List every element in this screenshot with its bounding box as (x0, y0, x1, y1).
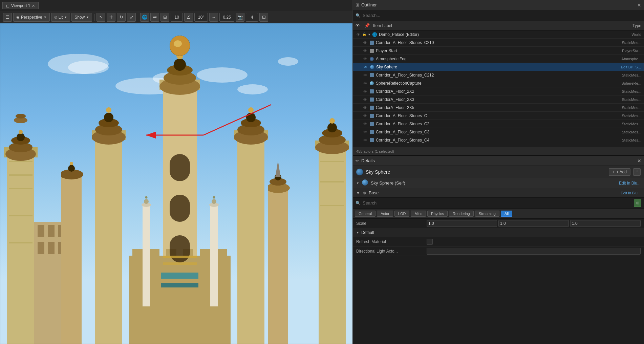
scale-x-input[interactable] (427, 220, 497, 227)
outliner-search-bar: 🔍 (353, 10, 644, 21)
outliner-header: ⊞ Outliner ✕ (353, 0, 644, 10)
details-search-input[interactable] (363, 200, 632, 206)
details-search-icon: 🔍 (356, 201, 361, 206)
scale-icon[interactable]: ↔ (209, 13, 218, 22)
center-architecture (61, 23, 298, 344)
row4-eye: 👁 (363, 64, 368, 70)
row3-icon (369, 56, 374, 62)
grid-button[interactable]: ⊞ (160, 13, 169, 22)
filter-tab-streaming[interactable]: Streaming (475, 211, 499, 217)
snap-button[interactable]: ⇌ (150, 13, 159, 22)
svg-point-30 (174, 40, 182, 47)
details-filter-button[interactable]: ⊞ (634, 199, 641, 207)
edit-in-blueprint-button2[interactable]: Edit in Blu... (621, 191, 641, 195)
svg-rect-31 (95, 137, 122, 344)
directional-light-actor-row: Directional Light Acto... (353, 246, 644, 256)
outliner-row-13[interactable]: 👁 Corridor_A_Floor_Stones_C4 StaticMes..… (353, 136, 644, 144)
lit-mode-button[interactable]: ◎ Lit ▼ (51, 13, 70, 22)
row0-lock: 🔒 (362, 33, 366, 36)
outliner-row-4-sky-sphere[interactable]: 👁 Sky Sphere Edit BP_S... (353, 63, 644, 71)
filter-tab-physics[interactable]: Physics (427, 211, 448, 217)
scale-tool-button[interactable]: ⤢ (127, 13, 136, 22)
row10-type: StaticMes... (574, 114, 641, 118)
row11-type: StaticMes... (574, 122, 641, 126)
row8-type: StaticMes... (574, 98, 641, 102)
outliner-row-9[interactable]: 👁 CorridorA_Floor_2X5 StaticMes... (353, 104, 644, 112)
filter-tab-misc[interactable]: Misc (411, 211, 426, 217)
filter-tab-general[interactable]: General (355, 211, 375, 217)
filter-tab-actor[interactable]: Actor (377, 211, 393, 217)
outliner-row-8[interactable]: 👁 CorridorA_Floor_2X3 StaticMes... (353, 95, 644, 104)
outliner-icon: ⊞ (356, 2, 359, 7)
row0-label: Demo_Palace (Editor) (379, 32, 572, 37)
outliner-row-3[interactable]: 👁 Atmospheric Fog Atmosphe... (353, 55, 644, 63)
row11-icon (369, 121, 374, 127)
show-button[interactable]: Show ▼ (71, 13, 92, 22)
outliner-row-5[interactable]: 👁 Corridor_A_Floor_Stones_C212 StaticMes… (353, 71, 644, 79)
hamburger-menu-button[interactable]: ☰ (3, 13, 12, 22)
outliner-row-2[interactable]: 👁 Player Start PlayerSta... (353, 47, 644, 55)
row13-type: StaticMes... (574, 138, 641, 142)
row4-label: Sky Sphere (376, 65, 572, 69)
base-expand-icon[interactable]: ▼ (356, 191, 360, 195)
scale-input[interactable] (219, 13, 234, 22)
outliner-search-input[interactable] (363, 13, 641, 18)
viewport-close-button[interactable]: ✕ (32, 4, 35, 8)
row0-expand[interactable]: ▼ (368, 33, 371, 36)
outliner-close-button[interactable]: ✕ (637, 2, 641, 8)
directional-light-input[interactable] (427, 248, 641, 255)
row13-icon (369, 137, 374, 143)
viewport-tab[interactable]: ◻ Viewport 1 ✕ (2, 2, 39, 9)
svg-rect-55 (217, 249, 227, 259)
outliner-row-10[interactable]: 👁 Corridor_A_Floor_Stones_C StaticMes... (353, 112, 644, 120)
add-component-button[interactable]: + + Add (609, 168, 630, 176)
grid-size-input[interactable] (171, 13, 183, 22)
outliner-row-6[interactable]: 👁 SphereReflectionCapture SphereRe... (353, 79, 644, 87)
svg-rect-18 (38, 242, 44, 254)
details-menu-button[interactable]: ⋮ (633, 168, 641, 176)
outliner-row-11[interactable]: 👁 Corridor_A_Floor_Stones_C2 StaticMes..… (353, 120, 644, 128)
filter-tab-rendering[interactable]: Rendering (449, 211, 474, 217)
outliner-row-1[interactable]: 👁 Corridor_A_Floor_Stones_C210 StaticMes… (353, 39, 644, 47)
scale-y-input[interactable] (498, 220, 569, 227)
outliner-row-7[interactable]: 👁 CorridorA_Floor_2X2 StaticMes... (353, 87, 644, 95)
select-tool-button[interactable]: ↖ (96, 13, 105, 22)
lit-icon: ◎ (54, 15, 57, 19)
row10-label: Corridor_A_Floor_Stones_C (376, 113, 572, 118)
svg-rect-63 (210, 205, 218, 306)
scale-z-input[interactable] (570, 220, 641, 227)
self-expand-icon[interactable]: ▼ (356, 181, 359, 185)
viewport-3d[interactable] (0, 23, 352, 344)
row5-icon (369, 72, 374, 78)
svg-point-43 (246, 113, 256, 122)
maximize-button[interactable]: ⊡ (259, 13, 268, 22)
default-section-header[interactable]: ▼ Default (353, 228, 644, 237)
row0-icon: 🌐 (372, 32, 378, 37)
details-title: Details (361, 158, 635, 163)
outliner-row-0[interactable]: 👁 🔒 ▼ 🌐 Demo_Palace (Editor) World (353, 30, 644, 39)
rotate-tool-button[interactable]: ↻ (117, 13, 126, 22)
details-close-button[interactable]: ✕ (637, 158, 641, 164)
outliner-row-12[interactable]: 👁 Corridor_A_Floor_Stones_C3 StaticMes..… (353, 128, 644, 136)
perspective-mode-button[interactable]: ◉ Perspective ▼ (13, 13, 50, 22)
filter-tab-lod[interactable]: LOD (394, 211, 410, 217)
svg-point-13 (16, 114, 26, 119)
cam-group (246, 13, 258, 22)
svg-point-66 (213, 196, 215, 199)
row13-label: Corridor_A_Floor_Stones_C4 (376, 138, 572, 143)
svg-rect-81 (268, 188, 288, 344)
angle-input[interactable] (194, 13, 208, 22)
svg-point-47 (68, 165, 75, 172)
filter-tab-all[interactable]: All (501, 211, 512, 217)
cam-speed-input[interactable] (246, 13, 258, 22)
camera-speed-button[interactable]: 🌐 (140, 13, 149, 22)
right-architecture (268, 86, 352, 344)
outliner-panel: ⊞ Outliner ✕ 🔍 👁 📌 Item Label Type 👁 🔒 (353, 0, 644, 156)
camera-icon[interactable]: 📷 (236, 13, 244, 22)
row6-label: SphereReflectionCapture (376, 81, 572, 86)
edit-blueprint-button[interactable]: Edit in Blu... (619, 181, 641, 186)
translate-tool-button[interactable]: ✛ (107, 13, 115, 22)
svg-rect-54 (200, 249, 210, 259)
angle-icon[interactable]: ∠ (184, 13, 193, 22)
refresh-material-checkbox[interactable] (427, 239, 433, 245)
